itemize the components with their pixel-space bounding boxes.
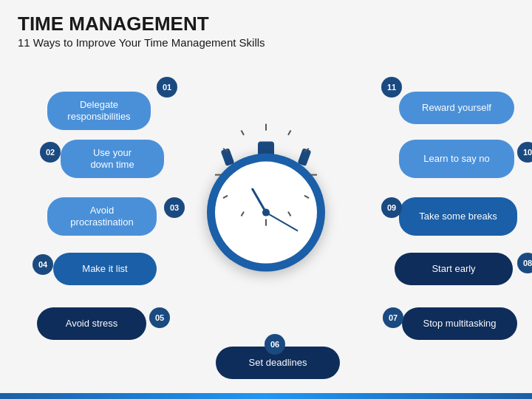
badge-01: 01 [157, 77, 177, 98]
page-subtitle: 11 Ways to Improve Your Time Management … [18, 36, 514, 49]
badge-10: 10 [517, 142, 532, 163]
pill-02: Use yourdown time [61, 140, 164, 178]
badge-11: 11 [381, 77, 402, 98]
clock-outer [207, 153, 325, 271]
badge-08: 08 [517, 253, 532, 273]
main-area: 01 Delegateresponsibilities 02 Use yourd… [18, 55, 514, 380]
minute-hand [266, 211, 299, 231]
badge-05: 05 [149, 307, 170, 328]
bottom-bar [0, 393, 532, 399]
pill-01: Delegateresponsibilities [47, 92, 151, 130]
slide: TIME MANAGEMENT 11 Ways to Improve Your … [0, 0, 532, 399]
pill-10: Learn to say no [399, 140, 514, 178]
badge-04: 04 [33, 254, 53, 275]
pill-03: Avoidprocrastination [47, 197, 157, 236]
clock-center-dot [262, 208, 270, 216]
clock [207, 153, 325, 271]
pill-08: Start early [395, 253, 513, 285]
page-title: TIME MANAGEMENT [18, 13, 514, 35]
badge-07: 07 [383, 307, 403, 328]
pill-05: Avoid stress [37, 307, 146, 340]
pill-09: Take some breaks [399, 197, 517, 236]
badge-09: 09 [381, 197, 402, 218]
badge-03: 03 [164, 197, 185, 218]
badge-02: 02 [40, 142, 61, 163]
pill-11: Reward yourself [399, 92, 514, 124]
pill-04: Make it list [53, 253, 157, 285]
pill-07: Stop multitasking [402, 307, 517, 340]
badge-06: 06 [265, 334, 285, 355]
clock-inner [215, 161, 317, 263]
